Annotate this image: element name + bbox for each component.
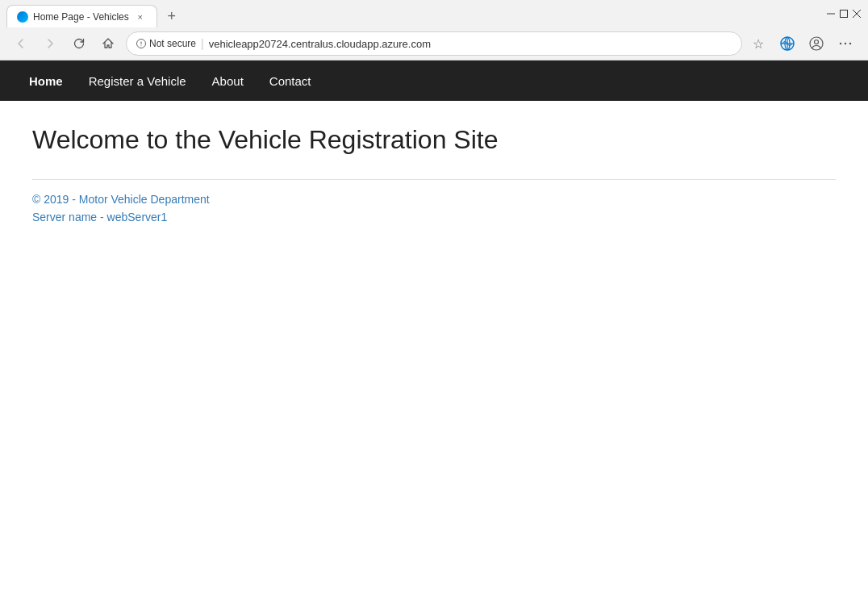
browser-chrome: Home Page - Vehicles × + <box>0 0 868 61</box>
extensions-button[interactable] <box>774 31 800 56</box>
nav-register[interactable]: Register a Vehicle <box>76 63 199 99</box>
refresh-button[interactable] <box>68 32 90 55</box>
url-text: vehicleapp20724.centralus.cloudapp.azure… <box>209 38 732 50</box>
tab-favicon <box>17 11 28 23</box>
site-navbar: Home Register a Vehicle About Contact <box>0 61 868 101</box>
tab-bar: Home Page - Vehicles × + <box>6 0 820 27</box>
svg-point-10 <box>815 40 819 44</box>
nav-home[interactable]: Home <box>16 63 76 99</box>
copyright-text: © 2019 - Motor Vehicle Department <box>32 193 836 206</box>
svg-point-11 <box>840 43 841 44</box>
new-tab-button[interactable]: + <box>161 5 183 27</box>
profile-button[interactable] <box>803 31 829 56</box>
back-button[interactable] <box>10 32 32 55</box>
address-divider: | <box>201 37 204 50</box>
url-bar[interactable]: Not secure | vehicleapp20724.centralus.c… <box>126 31 742 56</box>
svg-point-12 <box>845 43 846 44</box>
menu-button[interactable] <box>833 31 858 56</box>
forward-button[interactable] <box>39 32 61 55</box>
page-content: Welcome to the Vehicle Registration Site… <box>0 101 868 240</box>
content-divider <box>32 179 836 180</box>
window-controls <box>826 9 862 19</box>
home-button[interactable] <box>97 32 119 55</box>
restore-button[interactable] <box>839 9 849 19</box>
minimize-button[interactable] <box>826 9 836 19</box>
close-button[interactable] <box>852 9 862 19</box>
security-icon: Not secure <box>136 38 196 49</box>
tab-title: Home Page - Vehicles <box>33 11 129 23</box>
not-secure-label: Not secure <box>149 38 196 49</box>
title-bar: Home Page - Vehicles × + <box>0 0 868 27</box>
tab-close-button[interactable]: × <box>134 10 147 23</box>
address-bar: Not secure | vehicleapp20724.centralus.c… <box>0 27 868 60</box>
svg-rect-1 <box>841 10 848 18</box>
nav-contact[interactable]: Contact <box>257 63 324 99</box>
bookmark-button[interactable]: ☆ <box>749 34 768 53</box>
page-title: Welcome to the Vehicle Registration Site <box>32 125 836 155</box>
nav-about[interactable]: About <box>199 63 257 99</box>
svg-point-13 <box>849 43 851 44</box>
server-name-text: Server name - webServer1 <box>32 211 836 223</box>
browser-tools <box>774 31 858 56</box>
svg-point-6 <box>140 44 141 45</box>
active-tab[interactable]: Home Page - Vehicles × <box>6 5 157 27</box>
